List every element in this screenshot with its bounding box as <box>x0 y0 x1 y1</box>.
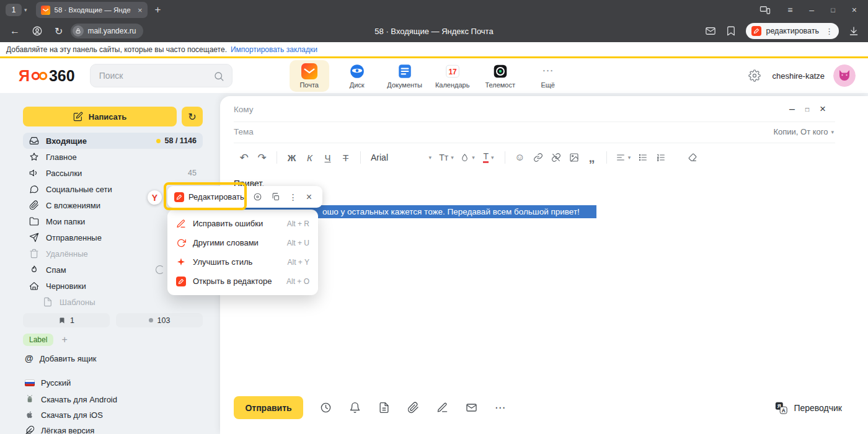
new-tab-button[interactable]: + <box>155 4 161 16</box>
app-mail[interactable]: Почта <box>290 60 329 92</box>
popup-more-icon[interactable]: ⋮ <box>289 192 298 202</box>
close-icon[interactable]: × <box>852 5 857 15</box>
refresh-mail-button[interactable]: ↻ <box>182 107 203 126</box>
more-options-icon[interactable]: ⋯ <box>495 401 505 414</box>
browser-menu-icon[interactable]: ≡ <box>787 5 792 15</box>
app-telemost[interactable]: Телемост <box>480 60 520 92</box>
sidebar-folder-newsletters[interactable]: Рассылки 45 <box>23 165 203 181</box>
more-icon[interactable]: ⋮ <box>825 27 833 36</box>
eraser-icon[interactable] <box>683 153 701 162</box>
chevron-down-icon: ▾ <box>428 154 432 161</box>
alice-circle-icon[interactable] <box>253 192 262 202</box>
app-docs[interactable]: Документы <box>385 60 425 92</box>
gear-icon[interactable] <box>748 69 761 82</box>
pinned-filter[interactable]: 1 <box>23 313 110 327</box>
font-family-select[interactable]: Arial ▾ <box>369 153 433 162</box>
back-icon[interactable]: ← <box>10 25 20 37</box>
cc-from-toggle[interactable]: Копии, От кого ▾ <box>773 127 834 136</box>
template-note-icon[interactable] <box>378 402 390 414</box>
edit-with-neuro-button[interactable]: Редактировать <box>174 192 244 202</box>
emoji-icon[interactable]: ☺ <box>511 152 529 163</box>
avatar[interactable] <box>833 64 856 87</box>
sidebar-folder-inbox[interactable]: Входящие 58 / 1146 <box>23 133 203 149</box>
address-bar: ← ↻ mail.yandex.ru редактировать ⋮ <box>0 20 868 42</box>
minimize-icon[interactable]: – <box>809 5 814 15</box>
copy-icon[interactable] <box>271 192 280 202</box>
devices-icon[interactable] <box>760 4 771 16</box>
app-disk[interactable]: Диск <box>337 60 377 92</box>
clear-folder-icon[interactable] <box>156 265 164 274</box>
highlight-color-button[interactable]: ▾ <box>457 153 478 162</box>
neuro-editor-extension-button[interactable]: редактировать ⋮ <box>746 23 839 39</box>
app-label: Почта <box>299 81 319 89</box>
close-compose-icon[interactable]: × <box>820 103 826 115</box>
align-button[interactable]: ▾ <box>613 153 634 162</box>
envelope-icon[interactable] <box>466 402 477 414</box>
attach-file-icon[interactable] <box>407 402 419 414</box>
yandex-badge[interactable]: Y <box>148 190 162 205</box>
reminder-bell-icon[interactable] <box>349 402 361 414</box>
quote-icon[interactable]: „ <box>583 154 601 161</box>
search-input[interactable] <box>91 64 232 87</box>
profile-icon[interactable] <box>32 25 43 37</box>
menu-item-improve-style[interactable]: Улучшить стиль Alt + Y <box>167 252 318 272</box>
label-tag[interactable]: Label <box>23 334 53 346</box>
unread-filter[interactable]: 103 <box>116 313 203 327</box>
neuro-editor-icon <box>751 26 761 36</box>
popup-close-icon[interactable]: × <box>306 192 312 203</box>
import-bookmarks-link[interactable]: Импортировать закладки <box>231 45 317 54</box>
app-more[interactable]: ⋯ Ещё <box>528 60 568 92</box>
yandex360-logo[interactable]: Я 360 <box>19 67 75 85</box>
neuro-editor-icon <box>174 192 184 202</box>
send-button[interactable]: Отправить <box>234 396 303 419</box>
url-field[interactable]: mail.yandex.ru <box>71 24 143 38</box>
download-ios-link[interactable]: Скачать для iOS <box>25 410 103 420</box>
bookmark-icon[interactable] <box>725 25 737 37</box>
app-label: Телемост <box>485 81 515 89</box>
menu-item-open-editor[interactable]: Открыть в редакторе Alt + O <box>167 272 318 291</box>
lite-version-link[interactable]: Лёгкая версия <box>25 425 94 434</box>
minimize-compose-icon[interactable]: – <box>789 104 795 115</box>
browser-tab[interactable]: 58 · Входящие — Янде × <box>36 2 148 18</box>
subject-field[interactable]: Тема <box>234 127 254 136</box>
app-calendar[interactable]: 17 Календарь <box>433 60 472 92</box>
sidebar-folder-main[interactable]: Главное <box>23 149 203 165</box>
underline-button[interactable]: Ч <box>319 153 337 163</box>
compose-button[interactable]: Написать <box>23 107 177 126</box>
italic-button[interactable]: К <box>301 153 319 163</box>
refresh-icon[interactable]: ↻ <box>55 25 63 37</box>
menu-item-fix-errors[interactable]: Исправить ошибки Alt + R <box>167 214 318 233</box>
schedule-send-icon[interactable] <box>320 402 332 414</box>
numbered-list-icon[interactable] <box>652 153 670 162</box>
mail-notifier-icon[interactable] <box>705 25 716 37</box>
insert-image-icon[interactable] <box>565 153 583 162</box>
menu-item-rephrase[interactable]: Другими словами Alt + U <box>167 233 318 252</box>
language-switcher[interactable]: Русский <box>25 378 71 388</box>
username[interactable]: cheshire-katze <box>772 71 825 81</box>
translator-button[interactable]: ЯA Переводчик <box>774 401 842 415</box>
unlink-icon[interactable] <box>547 153 565 162</box>
undo-icon[interactable]: ↶ <box>235 151 253 164</box>
signature-pen-icon[interactable] <box>436 402 448 414</box>
download-android-link[interactable]: Скачать для Android <box>25 394 117 404</box>
text-color-button[interactable]: Т ▾ <box>478 152 499 163</box>
bullet-list-icon[interactable] <box>634 153 652 162</box>
link-icon[interactable] <box>529 153 547 162</box>
folder-label: Отправленные <box>46 233 102 242</box>
folder-icon <box>29 216 39 226</box>
add-label-icon[interactable]: + <box>61 334 67 345</box>
tab-close-icon[interactable]: × <box>138 6 143 15</box>
redo-icon[interactable]: ↷ <box>253 151 271 164</box>
expand-compose-icon[interactable]: □ <box>805 106 809 113</box>
tab-count-button[interactable]: 1 ▾ <box>6 4 27 16</box>
maximize-icon[interactable]: □ <box>831 6 835 14</box>
font-size-select[interactable]: Тт ▾ <box>436 153 457 162</box>
lite-label: Лёгкая версия <box>41 426 94 434</box>
to-field[interactable]: Кому <box>234 105 254 114</box>
search-icon[interactable] <box>213 71 224 82</box>
bold-button[interactable]: Ж <box>283 153 301 163</box>
downloads-icon[interactable] <box>848 25 859 37</box>
sidebar-folder-templates[interactable]: Шаблоны <box>23 294 203 310</box>
add-mailbox-button[interactable]: @ Добавить ящик <box>25 353 96 363</box>
strikethrough-button[interactable]: Т <box>337 153 355 163</box>
